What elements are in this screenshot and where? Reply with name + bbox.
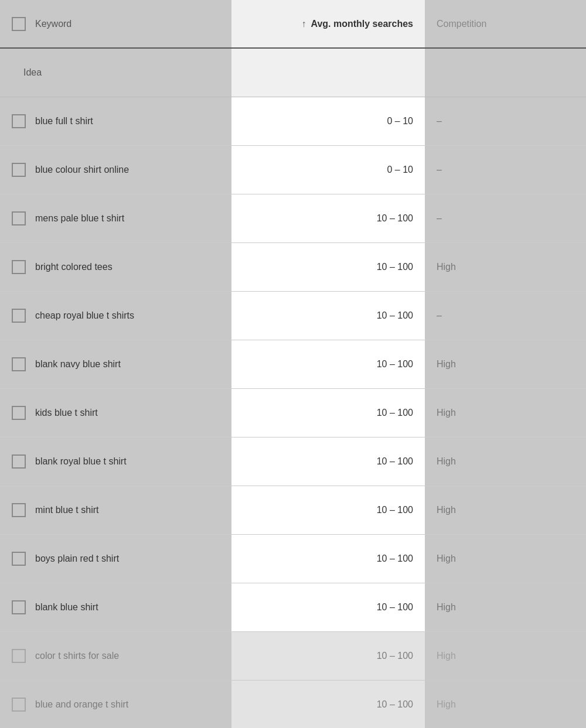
- header-competition-cell: Competition: [425, 19, 586, 29]
- keyword-cell: blue colour shirt online: [0, 146, 231, 194]
- avg-cell: 10 – 100: [231, 535, 425, 583]
- row-checkbox[interactable]: [12, 260, 26, 274]
- keyword-cell: boys plain red t shirt: [0, 535, 231, 583]
- competition-cell: –: [425, 194, 586, 242]
- avg-cell: 10 – 100: [231, 292, 425, 340]
- avg-cell: 10 – 100: [231, 583, 425, 631]
- row-checkbox[interactable]: [12, 600, 26, 614]
- idea-comp-cell: [425, 49, 586, 97]
- rows-container: blue full t shirt 0 – 10 – blue colour s…: [0, 97, 586, 728]
- keyword-text: blue full t shirt: [35, 116, 93, 127]
- competition-cell: High: [425, 340, 586, 388]
- idea-label: Idea: [12, 67, 42, 78]
- keyword-text: boys plain red t shirt: [35, 553, 119, 564]
- table-row: blue and orange t shirt 10 – 100 High: [0, 681, 586, 728]
- keyword-text: blank navy blue shirt: [35, 359, 121, 370]
- table-row: blue colour shirt online 0 – 10 –: [0, 146, 586, 194]
- keyword-text: color t shirts for sale: [35, 651, 119, 661]
- table-row: mint blue t shirt 10 – 100 High: [0, 486, 586, 535]
- row-checkbox[interactable]: [12, 454, 26, 469]
- header-avg-cell[interactable]: ↑ Avg. monthly searches: [231, 0, 425, 47]
- avg-cell: 10 – 100: [231, 340, 425, 388]
- keyword-cell: color t shirts for sale: [0, 632, 231, 680]
- sort-arrow-icon: ↑: [301, 19, 306, 29]
- keyword-cell: mens pale blue t shirt: [0, 194, 231, 242]
- keyword-text: blue colour shirt online: [35, 165, 129, 175]
- keyword-cell: blue full t shirt: [0, 97, 231, 145]
- keyword-text: blue and orange t shirt: [35, 699, 128, 710]
- keyword-text: cheap royal blue t shirts: [35, 310, 134, 321]
- header-keyword-cell: Keyword: [0, 17, 231, 31]
- row-checkbox[interactable]: [12, 211, 26, 225]
- table-row: color t shirts for sale 10 – 100 High: [0, 632, 586, 681]
- row-checkbox[interactable]: [12, 114, 26, 128]
- idea-avg-cell: [231, 49, 425, 97]
- table-row: blank navy blue shirt 10 – 100 High: [0, 340, 586, 389]
- idea-section-row: Idea: [0, 49, 586, 97]
- row-checkbox[interactable]: [12, 357, 26, 371]
- table-row: kids blue t shirt 10 – 100 High: [0, 389, 586, 438]
- competition-cell: –: [425, 292, 586, 340]
- table-row: blue full t shirt 0 – 10 –: [0, 97, 586, 146]
- keyword-cell: kids blue t shirt: [0, 389, 231, 437]
- competition-cell: High: [425, 535, 586, 583]
- avg-cell: 10 – 100: [231, 632, 425, 680]
- table-row: blank blue shirt 10 – 100 High: [0, 583, 586, 632]
- row-checkbox[interactable]: [12, 309, 26, 323]
- keyword-cell: cheap royal blue t shirts: [0, 292, 231, 340]
- avg-cell: 0 – 10: [231, 97, 425, 145]
- keyword-cell: blank navy blue shirt: [0, 340, 231, 388]
- row-checkbox[interactable]: [12, 406, 26, 420]
- avg-cell: 10 – 100: [231, 486, 425, 534]
- header-competition-label: Competition: [437, 19, 486, 29]
- competition-cell: High: [425, 681, 586, 728]
- competition-cell: High: [425, 486, 586, 534]
- table-header: Keyword ↑ Avg. monthly searches Competit…: [0, 0, 586, 49]
- header-checkbox[interactable]: [12, 17, 26, 31]
- header-keyword-label: Keyword: [35, 19, 71, 29]
- row-checkbox[interactable]: [12, 552, 26, 566]
- keyword-text: mens pale blue t shirt: [35, 213, 124, 224]
- idea-keyword-cell: Idea: [0, 49, 231, 97]
- row-checkbox[interactable]: [12, 698, 26, 712]
- keyword-text: bright colored tees: [35, 262, 113, 272]
- competition-cell: High: [425, 583, 586, 631]
- table-row: boys plain red t shirt 10 – 100 High: [0, 535, 586, 583]
- competition-cell: High: [425, 389, 586, 437]
- avg-cell: 10 – 100: [231, 438, 425, 486]
- keyword-cell: blank blue shirt: [0, 583, 231, 631]
- avg-cell: 0 – 10: [231, 146, 425, 194]
- row-checkbox[interactable]: [12, 503, 26, 517]
- row-checkbox[interactable]: [12, 649, 26, 663]
- competition-cell: –: [425, 146, 586, 194]
- keyword-table: Keyword ↑ Avg. monthly searches Competit…: [0, 0, 586, 728]
- keyword-cell: bright colored tees: [0, 243, 231, 291]
- avg-cell: 10 – 100: [231, 243, 425, 291]
- header-avg-label: Avg. monthly searches: [311, 19, 413, 29]
- keyword-text: mint blue t shirt: [35, 505, 98, 515]
- keyword-text: kids blue t shirt: [35, 408, 98, 418]
- keyword-cell: blank royal blue t shirt: [0, 438, 231, 486]
- keyword-cell: mint blue t shirt: [0, 486, 231, 534]
- keyword-cell: blue and orange t shirt: [0, 681, 231, 728]
- avg-cell: 10 – 100: [231, 389, 425, 437]
- table-row: blank royal blue t shirt 10 – 100 High: [0, 438, 586, 486]
- row-checkbox[interactable]: [12, 163, 26, 177]
- table-row: bright colored tees 10 – 100 High: [0, 243, 586, 292]
- avg-cell: 10 – 100: [231, 194, 425, 242]
- avg-cell: 10 – 100: [231, 681, 425, 728]
- keyword-text: blank blue shirt: [35, 602, 98, 613]
- table-row: cheap royal blue t shirts 10 – 100 –: [0, 292, 586, 340]
- keyword-text: blank royal blue t shirt: [35, 456, 127, 467]
- competition-cell: High: [425, 243, 586, 291]
- competition-cell: –: [425, 97, 586, 145]
- competition-cell: High: [425, 438, 586, 486]
- table-row: mens pale blue t shirt 10 – 100 –: [0, 194, 586, 243]
- competition-cell: High: [425, 632, 586, 680]
